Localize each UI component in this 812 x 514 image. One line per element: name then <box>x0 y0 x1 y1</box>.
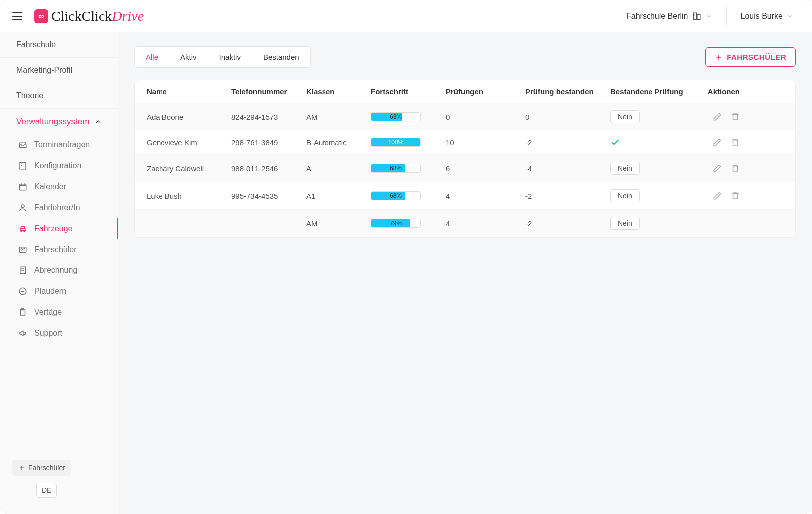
trash-icon[interactable] <box>731 112 740 121</box>
hamburger-menu-icon[interactable] <box>12 12 22 20</box>
tab-alle[interactable]: Alle <box>135 47 169 67</box>
car-icon <box>18 224 27 233</box>
school-selector[interactable]: Fahrschule Berlin <box>620 8 718 25</box>
cell-name: Ada Boone <box>147 113 231 121</box>
building-icon <box>692 12 701 21</box>
col-aktionen: Aktionen <box>690 87 740 96</box>
tab-inaktiv[interactable]: Inaktiv <box>208 47 252 67</box>
cell-phone: 988-011-2546 <box>231 164 306 173</box>
edit-icon[interactable] <box>713 138 722 147</box>
sidebar-item-fahrzeuge[interactable]: Fahrzeuge <box>0 218 118 239</box>
cell-progress: 79% <box>371 219 446 228</box>
cell-bestanden: -2 <box>525 192 610 200</box>
cell-pruefungen: 10 <box>446 138 525 147</box>
id-icon <box>18 245 27 254</box>
edit-icon[interactable] <box>713 112 722 121</box>
sidebar-item-fahrlehrer[interactable]: Fahrlehrer/In <box>0 197 118 218</box>
trash-icon[interactable] <box>731 138 740 147</box>
cell-passed <box>610 137 690 147</box>
invoice-icon <box>18 266 27 275</box>
cell-actions <box>690 191 740 200</box>
sidebar-item-konfiguration[interactable]: Konfiguration <box>0 155 118 176</box>
cell-actions <box>690 138 740 147</box>
sidebar-item-kalender[interactable]: Kalender <box>0 176 118 197</box>
svg-rect-14 <box>19 247 26 253</box>
tab-aktiv[interactable]: Aktiv <box>169 47 208 67</box>
school-name: Fahrschule Berlin <box>626 12 688 21</box>
svg-rect-1 <box>697 14 700 20</box>
add-fahrschueler-button[interactable]: FAHRSCHÜLER <box>705 47 796 67</box>
cell-pruefungen: 4 <box>446 219 525 228</box>
tab-bestanden[interactable]: Bestanden <box>252 47 310 67</box>
cell-progress: 63% <box>371 112 446 121</box>
user-icon <box>18 203 27 212</box>
user-name: Louis Burke <box>741 12 783 21</box>
cell-phone: 824-294-1573 <box>231 113 306 121</box>
logo: ∞ ClickClickDrive <box>34 8 144 24</box>
cell-progress: 100% <box>371 138 446 147</box>
trash-icon[interactable] <box>731 164 740 173</box>
col-pruefung-bestanden: Prüfung bestanden <box>525 87 610 96</box>
cell-pruefungen: 6 <box>446 164 525 173</box>
sidebar-item-plaudern[interactable]: Plaudern <box>0 281 118 302</box>
sidebar-item-fahrschueler[interactable]: Fahrschüler <box>0 239 118 260</box>
check-icon <box>610 137 690 147</box>
cell-passed: Nein <box>610 110 690 123</box>
cell-passed: Nein <box>610 217 690 230</box>
cell-phone: 298-761-3849 <box>231 138 306 147</box>
svg-rect-30 <box>733 166 738 172</box>
passed-badge: Nein <box>610 110 640 123</box>
nav-theorie[interactable]: Theorie <box>0 83 118 109</box>
cell-progress: 68% <box>371 164 446 173</box>
cell-klassen: A <box>306 164 371 173</box>
cell-actions <box>690 112 740 121</box>
col-klassen: Klassen <box>306 87 371 96</box>
table-row: Zachary Caldwell988-011-2546A68%6-4Nein <box>135 155 795 182</box>
sidebar-add-student-button[interactable]: Fahrschüler <box>12 460 71 476</box>
sidebar-item-terminanfragen[interactable]: Terminanfragen <box>0 134 118 155</box>
table-row: Ada Boone824-294-1573AM63%00Nein <box>135 103 795 130</box>
clipboard-icon <box>18 308 27 317</box>
table-row: Genevieve Kim298-761-3849B-Automatic100%… <box>135 130 795 155</box>
plus-icon <box>715 53 723 61</box>
cell-pruefungen: 0 <box>446 113 525 121</box>
megaphone-icon <box>18 329 27 338</box>
sidebar-item-support[interactable]: Support <box>0 323 118 344</box>
cell-name: Genevieve Kim <box>147 138 231 147</box>
cell-passed: Nein <box>610 162 690 175</box>
table-row: AM79%4-2Nein <box>135 210 795 237</box>
sidebar-item-abrechnung[interactable]: Abrechnung <box>0 260 118 281</box>
cell-name: Zachary Caldwell <box>147 164 231 173</box>
cell-name: Luke Bush <box>147 192 231 200</box>
language-button[interactable]: DE <box>36 483 57 498</box>
edit-icon[interactable] <box>713 191 722 200</box>
sidebar-item-vertaege[interactable]: Vertäge <box>0 302 118 323</box>
cell-bestanden: -2 <box>525 138 610 147</box>
passed-badge: Nein <box>610 189 640 202</box>
cell-bestanden: -4 <box>525 164 610 173</box>
inbox-icon <box>18 140 27 149</box>
cell-pruefungen: 4 <box>446 192 525 200</box>
chevron-down-icon <box>787 13 794 20</box>
svg-point-15 <box>21 249 22 250</box>
building-icon <box>18 161 27 170</box>
svg-rect-28 <box>733 115 738 120</box>
col-fortschritt: Fortschritt <box>371 87 446 96</box>
calendar-icon <box>18 182 27 191</box>
sidebar: Fahrschule Marketing-Profil Theorie Verw… <box>0 32 118 514</box>
chevron-down-icon <box>705 13 712 20</box>
edit-icon[interactable] <box>713 164 722 173</box>
divider <box>726 7 727 25</box>
table-row: Luke Bush995-734-4535A168%4-2Nein <box>135 182 795 210</box>
user-selector[interactable]: Louis Burke <box>735 8 800 25</box>
nav-section-verwaltung[interactable]: Verwaltungssystem <box>0 109 118 134</box>
nav-marketing[interactable]: Marketing-Profil <box>0 58 118 83</box>
svg-rect-7 <box>19 184 26 190</box>
nav-fahrschule[interactable]: Fahrschule <box>0 32 118 58</box>
passed-badge: Nein <box>610 162 640 175</box>
svg-rect-29 <box>733 140 738 146</box>
trash-icon[interactable] <box>731 191 740 200</box>
svg-point-21 <box>19 288 26 295</box>
cell-progress: 68% <box>371 191 446 200</box>
passed-badge: Nein <box>610 217 640 230</box>
